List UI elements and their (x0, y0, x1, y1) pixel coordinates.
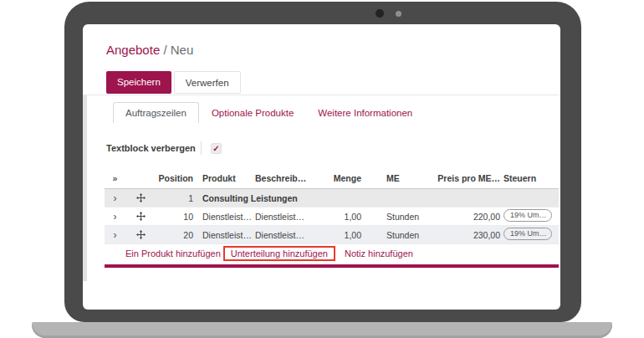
cell-unit-price: 220,00 (431, 212, 500, 222)
header-unit-price[interactable]: Preis pro ME… (431, 173, 500, 183)
row-expand-icon[interactable]: › (114, 192, 117, 204)
breadcrumb-parent[interactable]: Angebote (106, 43, 160, 57)
drag-handle-icon[interactable] (125, 230, 156, 239)
tab-order-lines[interactable]: Auftragszeilen (113, 102, 199, 123)
breadcrumb-separator: / (163, 43, 166, 57)
order-lines-table: » Position Produkt Beschreib… Menge ME P… (105, 167, 559, 244)
section-divider-rule (105, 264, 559, 268)
hide-textblock-checkbox[interactable]: ✓ (211, 143, 222, 154)
tab-other-info[interactable]: Weitere Informationen (306, 103, 424, 123)
table-row[interactable]: › 20 Dienstleist… Dienstleist… 1,00 Stun… (105, 226, 559, 244)
cell-uom: Stunden (363, 212, 431, 222)
cell-product: Dienstleist… (193, 212, 251, 222)
table-footer-links: Ein Produkt hinzufügen Unterteilung hinz… (105, 244, 413, 263)
tax-badge: 19% Um… (503, 228, 552, 240)
camera-led-icon (396, 11, 401, 17)
field-separator (201, 141, 202, 155)
cell-product: Dienstleist… (193, 230, 251, 240)
header-taxes[interactable]: Steuern (500, 173, 559, 183)
drag-handle-icon[interactable] (125, 212, 156, 221)
expand-all-icon[interactable]: » (105, 173, 125, 183)
checkmark-icon: ✓ (212, 143, 219, 154)
app-screen: Angebote / Neu Speichern Verwerfen Auftr… (83, 24, 560, 310)
add-section-link[interactable]: Unterteilung hinzufügen (231, 248, 328, 259)
laptop-base (32, 322, 612, 338)
table-header-row: » Position Produkt Beschreib… Menge ME P… (105, 167, 559, 189)
cell-position: 1 (156, 193, 193, 203)
cell-position: 10 (156, 212, 193, 222)
add-note-link[interactable]: Notiz hinzufügen (345, 248, 413, 259)
laptop-mockup: Angebote / Neu Speichern Verwerfen Auftr… (0, 0, 644, 338)
save-button[interactable]: Speichern (106, 71, 171, 94)
header-position[interactable]: Position (156, 173, 193, 183)
add-product-link[interactable]: Ein Produkt hinzufügen (125, 248, 221, 259)
table-row[interactable]: › 10 Dienstleist… Dienstleist… 1,00 Stun… (105, 207, 559, 226)
cell-quantity: 1,00 (308, 212, 363, 222)
hide-textblock-label: Textblock verbergen (106, 143, 201, 153)
tax-badge: 19% Um… (503, 209, 552, 222)
drag-handle-icon[interactable] (125, 193, 156, 202)
header-description[interactable]: Beschreib… (251, 173, 308, 183)
tab-optional-products[interactable]: Optionale Produkte (200, 103, 305, 123)
row-expand-icon[interactable]: › (114, 229, 117, 241)
control-panel-divider (83, 95, 560, 95)
sheet-edge (83, 95, 87, 281)
table-row-section[interactable]: › 1 Consulting Leistungen (105, 189, 559, 207)
camera-icon (376, 9, 384, 18)
header-quantity[interactable]: Menge (308, 173, 363, 183)
header-uom[interactable]: ME (363, 173, 431, 183)
hide-textblock-field: Textblock verbergen ✓ (106, 141, 222, 156)
breadcrumb-current: Neu (171, 43, 194, 57)
cell-quantity: 1,00 (308, 230, 363, 240)
annotation-highlight-box: Unterteilung hinzufügen (223, 246, 335, 261)
cell-unit-price: 230,00 (431, 230, 500, 240)
header-product[interactable]: Produkt (193, 173, 251, 183)
action-buttons: Speichern Verwerfen (106, 71, 241, 94)
cell-description: Dienstleist… (251, 212, 308, 222)
cell-uom: Stunden (363, 230, 431, 240)
cell-position: 20 (156, 230, 193, 240)
breadcrumb: Angebote / Neu (106, 43, 193, 57)
notebook-tabs: Auftragszeilen Optionale Produkte Weiter… (113, 100, 424, 123)
cell-section-name: Consulting Leistungen (193, 193, 559, 203)
row-expand-icon[interactable]: › (114, 211, 117, 223)
discard-button[interactable]: Verwerfen (174, 71, 241, 94)
cell-description: Dienstleist… (251, 230, 308, 240)
